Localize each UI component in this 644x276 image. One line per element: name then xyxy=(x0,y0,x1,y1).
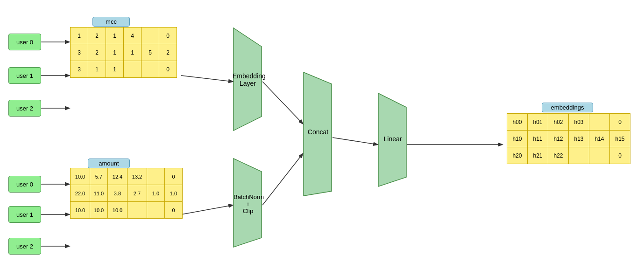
mcc-cell: 1 xyxy=(106,28,124,44)
amount-cell: 0 xyxy=(165,202,183,219)
mcc-cell: 3 xyxy=(71,44,88,61)
mcc-cell xyxy=(142,28,159,44)
amount-cell: 22.0 xyxy=(71,185,90,202)
mcc-cell: 0 xyxy=(159,61,177,78)
out-cell xyxy=(569,147,589,164)
out-cell: h02 xyxy=(548,114,569,131)
svg-line-13 xyxy=(262,154,303,205)
user-top-2: user 2 xyxy=(8,100,41,117)
amount-cell: 5.7 xyxy=(90,168,108,185)
amount-cell: 10.0 xyxy=(90,202,108,219)
mcc-cell: 1 xyxy=(106,44,124,61)
mcc-cell: 2 xyxy=(159,44,177,61)
amount-cell: 1.0 xyxy=(147,185,165,202)
out-cell: h12 xyxy=(548,131,569,147)
batchnorm-label: BatchNorm+Clip xyxy=(234,193,262,214)
out-cell: h21 xyxy=(528,147,548,164)
user-bottom-2: user 2 xyxy=(8,238,41,255)
out-cell: h01 xyxy=(528,114,548,131)
amount-cell: 11.0 xyxy=(90,185,108,202)
out-cell: 0 xyxy=(610,114,630,131)
user-top-0: user 0 xyxy=(8,34,41,50)
mcc-cell xyxy=(124,61,142,78)
out-cell: h22 xyxy=(548,147,569,164)
user-top-1: user 1 xyxy=(8,67,41,84)
embedding-layer-label: EmbeddingLayer xyxy=(233,72,263,87)
amount-cell: 13.2 xyxy=(127,168,147,185)
mcc-cell: 2 xyxy=(88,44,106,61)
diagram: user 0 user 1 user 2 mcc 1 2 1 4 0 3 2 1… xyxy=(0,0,644,276)
user-bottom-1: user 1 xyxy=(8,206,41,223)
out-cell: h15 xyxy=(610,131,630,147)
mcc-cell: 0 xyxy=(159,28,177,44)
out-cell xyxy=(589,147,610,164)
mcc-cell: 1 xyxy=(71,28,88,44)
mcc-label: mcc xyxy=(92,17,130,27)
amount-cell xyxy=(147,202,165,219)
svg-line-12 xyxy=(262,82,303,124)
amount-cell: 0 xyxy=(165,168,183,185)
out-cell: h20 xyxy=(507,147,528,164)
amount-cell: 10.0 xyxy=(108,202,127,219)
out-cell xyxy=(589,114,610,131)
out-cell: h11 xyxy=(528,131,548,147)
mcc-cell: 1 xyxy=(88,61,106,78)
amount-cell: 10.0 xyxy=(71,168,90,185)
mcc-cell: 2 xyxy=(88,28,106,44)
amount-table: 10.0 5.7 12.4 13.2 0 22.0 11.0 3.8 2.7 1… xyxy=(70,168,183,219)
mcc-cell: 3 xyxy=(71,61,88,78)
amount-cell: 10.0 xyxy=(71,202,90,219)
svg-line-14 xyxy=(333,138,377,145)
mcc-table: 1 2 1 4 0 3 2 1 1 5 2 3 1 1 0 xyxy=(70,27,177,78)
amount-cell: 12.4 xyxy=(108,168,127,185)
amount-label: amount xyxy=(88,159,130,168)
svg-line-7 xyxy=(181,76,233,82)
svg-line-11 xyxy=(181,205,233,214)
mcc-cell: 5 xyxy=(142,44,159,61)
user-bottom-0: user 0 xyxy=(8,176,41,193)
output-table: h00 h01 h02 h03 0 h10 h11 h12 h13 h14 h1… xyxy=(507,113,630,164)
out-cell: h14 xyxy=(589,131,610,147)
mcc-cell: 1 xyxy=(106,61,124,78)
mcc-cell xyxy=(142,61,159,78)
amount-cell: 2.7 xyxy=(127,185,147,202)
mcc-cell: 4 xyxy=(124,28,142,44)
out-cell: h13 xyxy=(569,131,589,147)
out-cell: h03 xyxy=(569,114,589,131)
out-cell: h00 xyxy=(507,114,528,131)
out-cell: 0 xyxy=(610,147,630,164)
amount-cell xyxy=(127,202,147,219)
mcc-cell: 1 xyxy=(124,44,142,61)
concat-label: Concat xyxy=(304,128,332,136)
linear-label: Linear xyxy=(379,135,406,143)
amount-cell: 3.8 xyxy=(108,185,127,202)
out-cell: h10 xyxy=(507,131,528,147)
embeddings-label: embeddings xyxy=(542,103,593,112)
amount-cell: 1.0 xyxy=(165,185,183,202)
amount-cell xyxy=(147,168,165,185)
